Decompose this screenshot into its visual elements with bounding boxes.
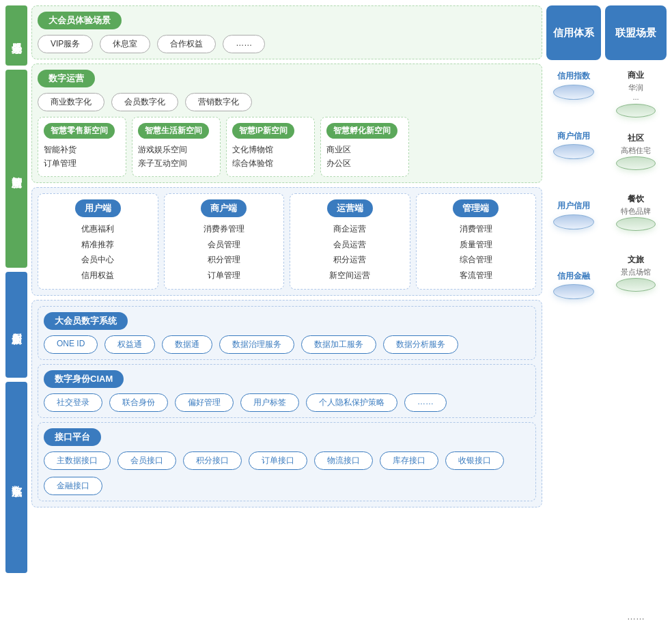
space-life-items: 游戏娱乐空间 亲子互动空间 (138, 143, 214, 171)
label-zhihui: 智慧新空间 (5, 70, 27, 268)
pill-mktg-digital: 营销数字化 (185, 93, 252, 111)
credit-user-label: 用户信用 (557, 201, 590, 212)
panel-admin-btn: 管理端 (453, 199, 499, 217)
section-labels: 服务场景 智慧新空间 创新应用 数字底座 (5, 5, 27, 622)
center-content: 大会员体验场景 VIP服务 休息室 合作权益 …… 数字运营 商业数字化 会员数… (31, 5, 542, 622)
pill-user-tag: 用户标签 (240, 393, 299, 412)
alliance-community-disc (616, 156, 656, 170)
chuangxin-section: 用户端 优惠福利 精准推荐 会员中心 信用权益 商户端 消费券管理 会员管理 积… (31, 187, 542, 296)
credit-index-disc (553, 85, 594, 100)
pill-biz-digital: 商业数字化 (38, 93, 104, 111)
alliance-community-sub: 高档住宅 (621, 145, 651, 155)
app-panels-row: 用户端 优惠福利 精准推荐 会员中心 信用权益 商户端 消费券管理 会员管理 积… (38, 193, 536, 290)
pill-master-data: 主数据接口 (44, 451, 111, 470)
pill-social-login: 社交登录 (44, 393, 102, 412)
panel-ops: 运营端 商企运营 会员运营 积分运营 新空间运营 (290, 193, 410, 290)
panel-merchant-items: 消费券管理 会员管理 积分管理 订单管理 (170, 221, 279, 283)
label-shuzi: 数字底座 (5, 382, 27, 573)
main-container: 服务场景 智慧新空间 创新应用 数字底座 大会员体验场景 VIP服务 休息室 合… (0, 0, 672, 627)
space-ip-items: 文化博物馆 综合体验馆 (232, 143, 309, 171)
pill-member-api: 会员接口 (117, 451, 176, 470)
panel-ops-items: 商企运营 会员运营 积分运营 新空间运营 (296, 221, 404, 283)
space-life: 智慧生活新空间 游戏娱乐空间 亲子互动空间 (132, 117, 221, 177)
pill-privacy: 个人隐私保护策略 (306, 393, 397, 412)
pill-data-proc: 数据加工服务 (301, 335, 376, 354)
pill-logistics-api: 物流接口 (314, 451, 373, 470)
alliance-community-label: 社区 (628, 133, 644, 144)
space-incubate-header: 智慧孵化新空间 (326, 123, 397, 139)
alliance-item-travel: 文旅 景点场馆 (605, 254, 667, 292)
alliance-travel-label: 文旅 (628, 254, 644, 266)
pill-oneid: ONE ID (44, 335, 98, 354)
pill-order-api: 订单接口 (249, 451, 307, 470)
pill-ciam-more: …… (404, 393, 447, 412)
interface-section: 接口平台 主数据接口 会员接口 积分接口 订单接口 物流接口 库存接口 收银接口… (38, 422, 536, 501)
space-life-header: 智慧生活新空间 (138, 123, 209, 139)
alliance-food-sub: 特色品牌 (621, 206, 651, 216)
space-ip-header: 智慧IP新空间 (232, 123, 294, 139)
credit-header: 信用体系 (546, 5, 601, 60)
panel-user-btn: 用户端 (75, 199, 121, 217)
member-system-pills: ONE ID 权益通 数据通 数据治理服务 数据加工服务 数据分析服务 (44, 335, 530, 354)
ciam-pills: 社交登录 联合身份 偏好管理 用户标签 个人隐私保护策略 …… (44, 393, 530, 412)
credit-user-disc (553, 214, 594, 229)
pill-data-gov: 数据治理服务 (219, 335, 294, 354)
space-ip: 智慧IP新空间 文化博物馆 综合体验馆 (226, 117, 315, 177)
credit-finance-label: 信用金融 (557, 271, 590, 282)
smart-spaces-row: 智慧零售新空间 智能补货 订单管理 智慧生活新空间 游戏娱乐空间 亲子互动空间 … (38, 117, 536, 177)
space-retail-items: 智能补货 订单管理 (44, 143, 120, 171)
panel-admin: 管理端 消费管理 质量管理 综合管理 客流管理 (416, 193, 537, 290)
credit-column: 信用体系 信用指数 商户信用 用户信用 信用金融 (546, 5, 601, 622)
credit-item-user: 用户信用 (546, 201, 601, 229)
pill-rest: 休息室 (100, 35, 150, 53)
credit-item-finance: 信用金融 (546, 271, 601, 300)
alliance-food-label: 餐饮 (628, 193, 644, 205)
pill-member-digital: 会员数字化 (111, 93, 178, 111)
alliance-item-biz: 商业 华润 ... (605, 70, 667, 117)
panel-merchant-btn: 商户端 (201, 199, 247, 217)
member-system-header: 大会员数字系统 (44, 312, 128, 330)
panel-admin-items: 消费管理 质量管理 综合管理 客流管理 (422, 221, 531, 283)
panel-ops-btn: 运营端 (327, 199, 373, 217)
credit-finance-disc (553, 284, 594, 299)
pill-vip: VIP服务 (38, 35, 93, 53)
credit-merchant-disc (553, 144, 594, 159)
label-chuangxin: 创新应用 (5, 272, 27, 378)
alliance-travel-sub: 景点场馆 (621, 267, 651, 277)
ciam-header: 数字身份CIAM (44, 370, 124, 388)
pill-coop: 合作权益 (157, 35, 216, 53)
pill-points-api: 积分接口 (183, 451, 242, 470)
right-columns: 信用体系 信用指数 商户信用 用户信用 信用金融 联盟场景 (546, 5, 667, 622)
alliance-food-disc (616, 217, 656, 231)
space-incubate: 智慧孵化新空间 商业区 办公区 (320, 117, 409, 177)
pill-prefs: 偏好管理 (175, 393, 234, 412)
fuwu-section: 大会员体验场景 VIP服务 休息室 合作权益 …… (31, 5, 542, 59)
panel-merchant: 商户端 消费券管理 会员管理 积分管理 订单管理 (164, 193, 285, 290)
zhihui-section: 数字运营 商业数字化 会员数字化 营销数字化 智慧零售新空间 智能补货 订单管理 (31, 64, 542, 183)
fuwu-header: 大会员体验场景 (38, 12, 122, 29)
space-incubate-items: 商业区 办公区 (326, 143, 403, 171)
alliance-biz-label: 商业 (628, 70, 644, 81)
digital-ops-pills: 商业数字化 会员数字化 营销数字化 (38, 93, 536, 111)
alliance-biz-sub: 华润 ... (628, 83, 643, 102)
panel-user: 用户端 优惠福利 精准推荐 会员中心 信用权益 (38, 193, 158, 290)
alliance-column: 联盟场景 商业 华润 ... 社区 高档住宅 餐饮 特色品牌 文旅 景点场馆 (605, 5, 667, 622)
alliance-travel-disc (616, 278, 656, 292)
credit-index-label: 信用指数 (557, 71, 590, 82)
panel-user-items: 优惠福利 精准推荐 会员中心 信用权益 (44, 221, 152, 283)
alliance-item-food: 餐饮 特色品牌 (605, 193, 667, 231)
credit-merchant-label: 商户信用 (557, 131, 590, 142)
digital-ops-header: 数字运营 (38, 70, 95, 87)
credit-item-index: 信用指数 (546, 71, 601, 100)
interface-pills: 主数据接口 会员接口 积分接口 订单接口 物流接口 库存接口 收银接口 金融接口 (44, 451, 530, 495)
pill-cashier-api: 收银接口 (445, 451, 504, 470)
pill-more1: …… (223, 35, 265, 53)
shuzi-section: 大会员数字系统 ONE ID 权益通 数据通 数据治理服务 数据加工服务 数据分… (31, 300, 542, 507)
space-retail-header: 智慧零售新空间 (44, 123, 115, 139)
alliance-item-community: 社区 高档住宅 (605, 133, 667, 170)
pill-quanyitong: 权益通 (104, 335, 155, 354)
pill-data-anal: 数据分析服务 (383, 335, 458, 354)
pill-federated: 联合身份 (109, 393, 168, 412)
pill-finance-api: 金融接口 (44, 477, 102, 495)
pill-datatong: 数据通 (162, 335, 212, 354)
